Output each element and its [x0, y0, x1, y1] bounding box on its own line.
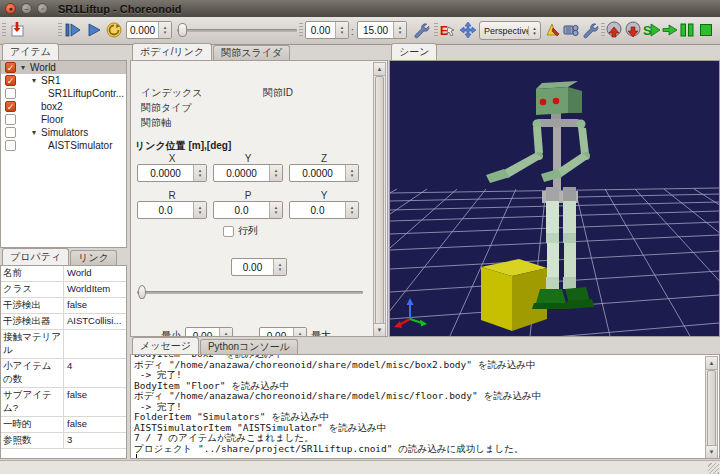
property-row-references[interactable]: 参照数3 [1, 433, 126, 449]
z-spinner[interactable]: ▴▾ [345, 165, 358, 181]
yaw-input[interactable] [290, 202, 345, 218]
checkbox-unchecked[interactable] [5, 114, 16, 125]
toolbar-grip[interactable] [434, 23, 438, 38]
resize-grip[interactable] [708, 463, 719, 474]
time-input[interactable] [127, 22, 158, 38]
property-row-sub-item[interactable]: サブアイテム?false [1, 388, 126, 417]
tab-link[interactable]: リンク [70, 250, 117, 265]
edit-mode-icon[interactable]: E [439, 21, 457, 39]
camera-config-icon[interactable] [562, 21, 580, 39]
scroll-down-icon[interactable]: ▼ [706, 445, 717, 458]
tree-item-sr1liftupcontroller[interactable]: SR1LiftupContr... [1, 87, 126, 100]
save-project-icon[interactable] [8, 21, 26, 39]
message-scrollbar[interactable]: ▲ ▼ [705, 356, 718, 459]
scene-3d-view[interactable] [389, 60, 720, 337]
tree-item-world[interactable]: ✓ ▾ World [1, 61, 126, 74]
time-settings-wrench-icon[interactable] [412, 21, 430, 39]
tab-items[interactable]: アイテム [2, 43, 59, 60]
index-label: インデックス [141, 86, 202, 100]
pitch-spinner[interactable]: ▴▾ [269, 202, 282, 218]
yaw-spinner[interactable]: ▴▾ [345, 202, 358, 218]
tree-item-aistsimulator[interactable]: AISTSimulator [1, 139, 126, 152]
time-min-spinner[interactable]: ▴▾ [335, 22, 348, 38]
x-spinner[interactable]: ▴▾ [193, 165, 206, 181]
joint-value-input[interactable] [232, 259, 273, 275]
time-range-separator: : [351, 26, 354, 37]
play-icon[interactable] [85, 21, 103, 39]
property-row-temporary[interactable]: 一時的false [1, 417, 126, 433]
max-input[interactable] [260, 328, 293, 337]
stop-simulation-icon[interactable] [697, 21, 715, 39]
tab-scene[interactable]: シーン [391, 43, 437, 60]
y-spinner[interactable]: ▴▾ [269, 165, 282, 181]
tab-python-console[interactable]: Pythonコンソール [200, 339, 298, 354]
roll-spinner[interactable]: ▴▾ [193, 202, 206, 218]
tab-joint-slider[interactable]: 関節スライダ [213, 45, 290, 60]
checkbox-checked[interactable]: ✓ [5, 62, 16, 73]
property-row-collision-detection[interactable]: 干渉検出false [1, 298, 126, 314]
checkbox-unchecked[interactable] [5, 127, 16, 138]
pitch-input[interactable] [214, 202, 269, 218]
expand-arrow-icon[interactable]: ▾ [32, 128, 41, 137]
x-position-spinbox: ▴▾ [137, 164, 207, 182]
minimize-button[interactable]: – [21, 3, 32, 14]
time-max-spinner[interactable]: ▴▾ [393, 22, 406, 38]
property-row-class[interactable]: クラスWorldItem [1, 282, 126, 298]
collision-up-icon[interactable] [605, 21, 623, 39]
tree-item-sr1[interactable]: ✓ ▾ SR1 [1, 74, 126, 87]
joint-slider[interactable] [137, 283, 363, 301]
checkbox-unchecked[interactable] [5, 140, 16, 151]
body-link-view: インデックス 関節ID 関節タイプ 関節軸 リンク位置 [m],[deg] X … [130, 60, 388, 337]
scene-settings-wrench-icon[interactable] [581, 21, 599, 39]
message-view[interactable]: BodyItem "box2" を読み込み中 ボディ "/home/anazaw… [130, 354, 720, 459]
toolbar-grip[interactable] [2, 23, 6, 38]
y-position-input[interactable] [214, 165, 269, 181]
tree-item-box2[interactable]: ✓ box2 [1, 100, 126, 113]
time-slider[interactable] [177, 21, 297, 39]
tab-message[interactable]: メッセージ [132, 337, 199, 354]
time-spinner[interactable]: ▴▾ [158, 22, 171, 38]
min-input[interactable] [186, 328, 219, 337]
x-position-input[interactable] [138, 165, 193, 181]
maximize-button[interactable]: ▫ [37, 3, 48, 14]
tab-properties[interactable]: プロパティ [2, 248, 69, 265]
time-min-input[interactable] [306, 22, 335, 38]
joint-value-spinner[interactable]: ▴▾ [273, 259, 286, 275]
camera-mode-spinner[interactable]: ▴▾ [528, 26, 540, 36]
scroll-up-icon[interactable]: ▲ [706, 357, 717, 370]
property-row-name[interactable]: 名前World [1, 266, 126, 282]
property-row-collision-detector[interactable]: 干渉検出器AISTCollisi... [1, 314, 126, 330]
close-button[interactable]: ● [5, 3, 16, 14]
roll-input[interactable] [138, 202, 193, 218]
scroll-down-icon[interactable]: ▼ [374, 323, 385, 336]
svg-text:E: E [440, 24, 448, 38]
z-position-input[interactable] [290, 165, 345, 181]
scroll-up-icon[interactable]: ▲ [374, 63, 385, 76]
expand-arrow-icon[interactable]: ▾ [21, 63, 30, 72]
play-from-start-icon[interactable] [64, 21, 82, 39]
expand-arrow-icon[interactable]: ▾ [32, 76, 41, 85]
start-simulation-icon[interactable]: S [643, 21, 661, 39]
min-spinner[interactable]: ▴▾ [219, 328, 232, 337]
tree-item-floor[interactable]: Floor [1, 113, 126, 126]
checkbox-unchecked[interactable] [5, 88, 16, 99]
pause-simulation-icon[interactable] [678, 21, 696, 39]
resume-simulation-icon[interactable] [661, 21, 679, 39]
property-row-num-child-items[interactable]: 小アイテムの数4 [1, 359, 126, 388]
property-row-contact-material[interactable]: 接触マテリアル [1, 330, 126, 359]
translation-mode-icon[interactable] [459, 21, 477, 39]
checkbox-checked[interactable]: ✓ [5, 101, 16, 112]
time-max-input[interactable] [358, 22, 393, 38]
refresh-time-icon[interactable] [105, 21, 123, 39]
body-panel-scrollbar[interactable]: ▲ ▼ [373, 62, 386, 337]
tab-body-link[interactable]: ボディ/リンク [132, 43, 212, 60]
camera-mode-select[interactable]: Perspective ▴▾ [479, 21, 541, 40]
toolbar-grip[interactable] [58, 23, 62, 38]
checkbox-checked[interactable]: ✓ [5, 75, 16, 86]
toolbar-grip[interactable] [299, 23, 303, 38]
matrix-checkbox[interactable] [223, 226, 234, 237]
tree-item-simulators[interactable]: ▾ Simulators [1, 126, 126, 139]
collision-down-icon[interactable] [624, 21, 642, 39]
max-spinner[interactable]: ▴▾ [293, 328, 306, 337]
render-config-icon[interactable] [544, 21, 562, 39]
